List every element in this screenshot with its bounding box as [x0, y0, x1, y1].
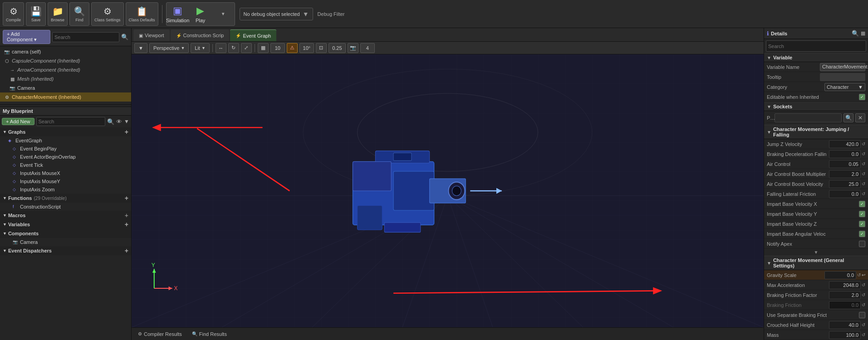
impart-base-vel-y-checkbox[interactable] — [859, 211, 865, 217]
braking-friction-factor-value[interactable]: 2.0 — [829, 291, 861, 299]
graphs-section-header[interactable]: ▼ Graphs + — [0, 127, 131, 136]
vp-grid-icon[interactable]: ▦ — [258, 43, 269, 53]
variables-section-header[interactable]: ▼ Variables + — [0, 220, 131, 229]
bp-inputaxis-mousex[interactable]: ◇ InputAxis MouseX — [0, 169, 131, 177]
macros-add-button[interactable]: + — [125, 212, 128, 219]
perspective-dropdown-button[interactable]: ▼ — [134, 43, 147, 53]
crouched-half-height-reset-icon[interactable]: ↺ — [862, 322, 865, 327]
tooltip-input[interactable] — [820, 73, 865, 81]
braking-decel-value[interactable]: 0.0 — [829, 150, 861, 158]
variables-add-button[interactable]: + — [125, 221, 128, 228]
gravity-scale-extra-icon[interactable]: ↩ — [862, 272, 865, 277]
vp-warning-icon[interactable]: ⚠ — [287, 43, 298, 53]
details-search-icon[interactable]: 🔍 — [852, 30, 859, 37]
air-control-reset-icon[interactable]: ↺ — [862, 161, 865, 166]
components-search-icon[interactable]: 🔍 — [121, 34, 128, 40]
editable-checkbox[interactable] — [859, 94, 865, 100]
falling-lateral-friction-value[interactable]: 0.0 — [829, 190, 861, 198]
braking-friction-factor-reset-icon[interactable]: ↺ — [862, 292, 865, 297]
simulation-button[interactable]: ▣ Simulation — [167, 3, 189, 25]
event-dispatchers-section-header[interactable]: ▼ Event Dispatchers + — [0, 246, 131, 255]
bp-camera-item[interactable]: 📷 Camera — [0, 238, 131, 246]
perspective-button[interactable]: Perspective ▼ — [149, 43, 189, 53]
component-mesh[interactable]: ▦ Mesh (Inherited) — [0, 74, 131, 83]
bp-components-section-header[interactable]: ▼ Components — [0, 229, 131, 238]
bp-event-tick[interactable]: ◇ Event Tick — [0, 161, 131, 169]
vp-camera-icon[interactable]: 📷 — [348, 43, 358, 53]
air-control-value[interactable]: 0.05 — [829, 160, 861, 168]
play-dropdown-button[interactable]: ▼ — [212, 3, 235, 25]
find-button[interactable]: 🔍 Find — [69, 2, 89, 26]
general-settings-section-header[interactable]: ▼ Character Movement (General Settings) — [764, 256, 868, 270]
vp-scale-icon[interactable]: ⤢ — [241, 43, 252, 53]
blueprint-search-input[interactable] — [36, 117, 106, 126]
macros-section-header[interactable]: ▼ Macros + — [0, 211, 131, 220]
blueprint-search-icon[interactable]: 🔍 — [107, 118, 114, 125]
save-button[interactable]: 💾 Save — [26, 2, 46, 26]
braking-decel-reset-icon[interactable]: ↺ — [862, 151, 865, 156]
falling-lateral-friction-reset-icon[interactable]: ↺ — [862, 191, 865, 196]
compile-button[interactable]: ⚙ Compile — [3, 2, 24, 26]
mass-reset-icon[interactable]: ↺ — [862, 332, 865, 337]
variable-section-header[interactable]: ▼ Variable — [764, 53, 868, 62]
compiler-results-tab[interactable]: ⚙ Compiler Results — [133, 329, 186, 339]
blueprint-settings-icon[interactable]: ▼ — [124, 118, 129, 125]
lit-button[interactable]: Lit ▼ — [191, 43, 210, 53]
bp-construction-script[interactable]: f ConstructionScript — [0, 203, 131, 211]
socket-input[interactable] — [775, 113, 842, 122]
viewport-area[interactable]: X Y — [132, 54, 764, 327]
bp-event-actoroverlap[interactable]: ◇ Event ActorBeginOverlap — [0, 153, 131, 161]
component-camera-self[interactable]: 📷 camera (self) — [0, 47, 131, 56]
add-component-button[interactable]: + Add Component ▾ — [3, 30, 50, 44]
vp-angle-num[interactable]: 10° — [299, 43, 314, 53]
bp-event-graph[interactable]: ◈ EventGraph — [0, 136, 131, 145]
browse-button[interactable]: 📁 Browse — [48, 2, 68, 26]
graphs-add-button[interactable]: + — [125, 128, 128, 136]
jump-z-velocity-value[interactable]: 420.0 — [829, 140, 861, 148]
vp-rotate-icon[interactable]: ↻ — [228, 43, 239, 53]
impart-base-vel-x-checkbox[interactable] — [859, 201, 865, 207]
category-dropdown[interactable]: Character ▼ — [824, 83, 865, 91]
mass-value[interactable]: 100.0 — [829, 331, 861, 339]
component-capsule[interactable]: ⬡ CapsuleComponent (Inherited) — [0, 56, 131, 65]
vp-scale-num[interactable]: 0.25 — [329, 43, 346, 53]
class-settings-button[interactable]: ⚙ Class Settings — [91, 2, 124, 26]
braking-friction-reset-icon[interactable]: ↺ — [862, 302, 865, 307]
class-defaults-button[interactable]: 📋 Class Defaults — [126, 2, 158, 26]
vp-grid-num[interactable]: 10 — [270, 43, 285, 53]
crouched-half-height-value[interactable]: 40.0 — [829, 321, 861, 329]
component-arrow[interactable]: → ArrowComponent (Inherited) — [0, 65, 131, 74]
impart-base-angular-checkbox[interactable] — [859, 231, 865, 237]
use-separate-braking-checkbox[interactable] — [859, 312, 865, 318]
notify-apex-checkbox[interactable] — [859, 241, 865, 247]
vp-translate-icon[interactable]: ↔ — [216, 43, 226, 53]
find-results-tab[interactable]: 🔍 Find Results — [187, 329, 231, 339]
tab-event-graph[interactable]: ⚡ Event Graph — [230, 29, 276, 41]
add-new-button[interactable]: + Add New — [2, 118, 34, 125]
components-search-input[interactable] — [52, 32, 119, 42]
socket-search-icon[interactable]: 🔍 — [843, 113, 853, 122]
variable-name-input[interactable]: CharacterMovement — [820, 63, 865, 71]
tab-viewport[interactable]: ▣ Viewport — [133, 29, 170, 41]
tab-construction[interactable]: ⚡ Construction Scrip — [171, 29, 230, 41]
max-acceleration-value[interactable]: 2048.0 — [829, 281, 861, 289]
details-layout-icon[interactable]: ▦ — [861, 30, 865, 36]
socket-clear-icon[interactable]: ✕ — [855, 113, 865, 122]
jump-z-reset-icon[interactable]: ↺ — [862, 141, 865, 146]
component-camera[interactable]: 📷 Camera — [0, 83, 131, 92]
component-character-movement[interactable]: ⚙ CharacterMovement (Inherited) — [0, 92, 131, 102]
play-button[interactable]: ▶ Play — [189, 3, 212, 25]
air-control-boost-vel-reset-icon[interactable]: ↺ — [862, 181, 865, 186]
debug-dropdown-icon[interactable]: ▼ — [303, 10, 309, 18]
sockets-section-header[interactable]: ▼ Sockets — [764, 102, 868, 111]
event-dispatchers-add-button[interactable]: + — [125, 247, 128, 254]
gravity-scale-reset-icon[interactable]: ↺ — [857, 272, 861, 277]
max-acceleration-reset-icon[interactable]: ↺ — [862, 282, 865, 287]
section-collapse-indicator[interactable]: ▼ — [764, 249, 868, 256]
air-control-boost-mult-reset-icon[interactable]: ↺ — [862, 171, 865, 176]
impart-base-vel-z-checkbox[interactable] — [859, 221, 865, 227]
bp-event-beginplay[interactable]: ◇ Event BeginPlay — [0, 145, 131, 153]
blueprint-eye-icon[interactable]: 👁 — [116, 118, 122, 125]
functions-section-header[interactable]: ▼ Functions (29 Overridable) + — [0, 194, 131, 203]
bp-inputaxis-zoom[interactable]: ◇ InputAxis Zoom — [0, 185, 131, 194]
